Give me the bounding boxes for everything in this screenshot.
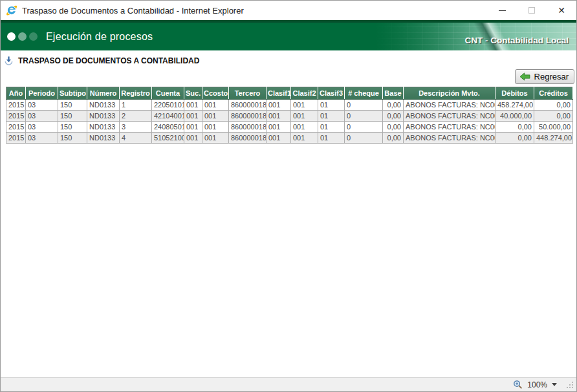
table-cell: 001: [267, 122, 291, 133]
zoom-control[interactable]: 100%: [508, 378, 562, 391]
table-cell: ABONOS FACTURAS: NC0048: [404, 133, 495, 144]
minimize-icon: [499, 10, 506, 11]
column-header: Clasif2: [291, 87, 318, 100]
banner-dots: [7, 32, 38, 41]
table-cell: 001: [291, 122, 318, 133]
ie-window: { "window": { "title": "Traspaso de Docu…: [0, 0, 577, 392]
table-cell: ND0133: [87, 111, 120, 122]
table-cell: 2015: [6, 111, 26, 122]
status-bar: 100%: [1, 377, 576, 391]
table-cell: 001: [202, 100, 229, 111]
column-header: Tercero: [229, 87, 267, 100]
table-row[interactable]: 201503150ND01332421040010010018600000180…: [6, 111, 573, 122]
table-cell: 150: [58, 122, 87, 133]
table-cell: 01: [318, 133, 345, 144]
table-cell: 860000018: [229, 122, 267, 133]
table-cell: 42104001: [152, 111, 184, 122]
banner-app-label: CNT - Contabilidad Local: [465, 36, 569, 45]
table-cell: 448.274,00: [534, 133, 573, 144]
table-cell: 0,00: [383, 122, 404, 133]
table-cell: 001: [267, 100, 291, 111]
column-header: Año: [6, 87, 26, 100]
zoom-level-label: 100%: [527, 380, 547, 389]
table-cell: 03: [26, 100, 58, 111]
column-header: Periodo: [26, 87, 58, 100]
table-cell: 001: [291, 111, 318, 122]
table-cell: 150: [58, 133, 87, 144]
table-cell: 001: [291, 100, 318, 111]
table-cell: 3: [120, 122, 152, 133]
table-cell: 0: [345, 100, 383, 111]
table-cell: 001: [267, 111, 291, 122]
table-cell: 1: [120, 100, 152, 111]
back-button[interactable]: Regresar: [515, 69, 574, 84]
table-cell: ABONOS FACTURAS: NC0048: [404, 122, 495, 133]
resize-grip-icon: [566, 381, 574, 389]
table-cell: 860000018: [229, 133, 267, 144]
window-title: Traspaso de Documentos a Contabilidad - …: [22, 6, 244, 16]
table-cell: ABONOS FACTURAS: NC0048: [404, 111, 495, 122]
banner-dot-1: [7, 32, 16, 41]
table-cell: 001: [202, 133, 229, 144]
banner-dot-3: [29, 32, 38, 41]
table-cell: 4: [120, 133, 152, 144]
column-header: Clasif3: [318, 87, 345, 100]
download-arrow-icon: [4, 56, 14, 65]
maximize-button[interactable]: [517, 1, 547, 20]
section-header: TRASPASO DE DOCUMENTOS A CONTABILIDAD: [4, 56, 576, 65]
table-cell: 03: [26, 111, 58, 122]
table-cell: 2: [120, 111, 152, 122]
column-header: Ccosto: [202, 87, 229, 100]
table-row[interactable]: 201503150ND01334510521000010018600000180…: [6, 133, 573, 144]
internet-explorer-icon: [6, 5, 17, 16]
table-cell: 24080501: [152, 122, 184, 133]
close-icon: ✕: [558, 6, 565, 15]
window-controls: ✕: [487, 1, 576, 20]
table-cell: 2015: [6, 100, 26, 111]
table-cell: ND0133: [87, 122, 120, 133]
table-cell: 0,00: [534, 100, 573, 111]
zoom-magnifier-icon: [513, 380, 523, 389]
table-cell: 150: [58, 111, 87, 122]
table-cell: 001: [184, 122, 202, 133]
results-table-body: 201503150ND01331220501010010018600000180…: [6, 100, 573, 144]
table-cell: 001: [267, 133, 291, 144]
table-cell: 50.000,00: [534, 122, 573, 133]
table-cell: ND0133: [87, 133, 120, 144]
table-row[interactable]: 201503150ND01331220501010010018600000180…: [6, 100, 573, 111]
table-row[interactable]: 201503150ND01333240805010010018600000180…: [6, 122, 573, 133]
maximize-icon: [528, 7, 535, 14]
column-header: Cuenta: [152, 87, 184, 100]
table-cell: 01: [318, 111, 345, 122]
banner-title: Ejecución de procesos: [46, 31, 153, 43]
table-cell: ABONOS FACTURAS: NC0048: [404, 100, 495, 111]
table-cell: 860000018: [229, 100, 267, 111]
column-header: Créditos: [534, 87, 573, 100]
table-cell: 458.274,00: [495, 100, 534, 111]
table-cell: 0,00: [383, 100, 404, 111]
table-cell: 001: [184, 133, 202, 144]
table-cell: 001: [202, 111, 229, 122]
table-cell: ND0133: [87, 100, 120, 111]
back-button-label: Regresar: [534, 72, 569, 82]
table-cell: 01: [318, 100, 345, 111]
table-cell: 0,00: [495, 133, 534, 144]
back-arrow-icon: [519, 72, 530, 81]
window-titlebar: Traspaso de Documentos a Contabilidad - …: [1, 1, 576, 20]
close-button[interactable]: ✕: [547, 1, 576, 20]
table-cell: 22050101: [152, 100, 184, 111]
column-header: Clasif1: [267, 87, 291, 100]
minimize-button[interactable]: [487, 1, 517, 20]
column-header: Base: [383, 87, 404, 100]
chevron-down-icon: [552, 383, 557, 386]
column-header: Subtipo: [58, 87, 87, 100]
table-cell: 03: [26, 133, 58, 144]
results-table: AñoPeriodoSubtipoNúmeroRegistroCuentaSuc…: [6, 87, 573, 144]
column-header: Descripción Mvto.: [404, 87, 495, 100]
table-cell: 0: [345, 133, 383, 144]
column-header: Débitos: [495, 87, 534, 100]
page-title: TRASPASO DE DOCUMENTOS A CONTABILIDAD: [18, 56, 199, 65]
table-cell: 0: [345, 111, 383, 122]
table-cell: 01: [318, 122, 345, 133]
table-cell: 860000018: [229, 111, 267, 122]
